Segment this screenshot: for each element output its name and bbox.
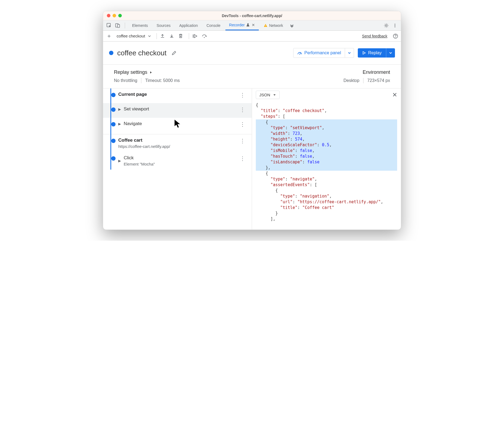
- svg-rect-9: [193, 34, 193, 38]
- recording-title-row: coffee checkout Performance panel Replay: [103, 42, 401, 65]
- step-menu-icon[interactable]: ⋮: [238, 92, 247, 98]
- device-toggle-icon[interactable]: [114, 23, 122, 28]
- divider: [157, 33, 157, 39]
- replay-button[interactable]: Replay: [358, 48, 386, 58]
- tab-application[interactable]: Application: [176, 20, 202, 30]
- svg-point-8: [394, 26, 395, 27]
- environment-heading: Environment: [363, 69, 390, 75]
- panel-tabstrip: Elements Sources Application Console Rec…: [103, 20, 401, 31]
- delete-icon[interactable]: [178, 34, 186, 39]
- svg-point-6: [394, 24, 395, 24]
- step-navigate[interactable]: ▶ Navigate ⋮: [103, 118, 252, 132]
- main-split: Current page ⋮ ▶ Set viewport ⋮ ▶: [103, 88, 401, 230]
- viewport-value: 723×574 px: [367, 78, 390, 83]
- step-subtitle: Element "Mocha": [124, 162, 155, 166]
- step-coffee-cart[interactable]: Coffee cart https://coffee-cart.netlify.…: [103, 134, 252, 152]
- expand-icon[interactable]: ▶: [118, 122, 121, 126]
- format-select[interactable]: JSON: [256, 91, 280, 99]
- performance-panel-label: Performance panel: [304, 50, 341, 55]
- gauge-icon: [297, 50, 302, 55]
- divider: [189, 33, 189, 39]
- throttling-value: No throttling: [114, 78, 137, 83]
- performance-panel-button-group: Performance panel: [293, 48, 354, 58]
- recording-status-dot: [109, 51, 113, 55]
- svg-point-7: [394, 25, 395, 26]
- svg-point-12: [395, 37, 396, 37]
- performance-panel-caret[interactable]: [345, 48, 354, 58]
- step-menu-icon[interactable]: ⋮: [238, 155, 247, 162]
- import-icon[interactable]: [169, 34, 176, 39]
- window-title: DevTools - coffee-cart.netlify.app/: [103, 14, 401, 18]
- step-play-icon[interactable]: [192, 34, 199, 39]
- step-title: Current page: [118, 92, 147, 97]
- code-pane: JSON ✕ { "title": "coffee checkout", "st…: [252, 88, 401, 230]
- tab-network[interactable]: Network: [260, 20, 287, 30]
- step-title: Click: [124, 155, 155, 161]
- svg-rect-3: [265, 25, 266, 26]
- svg-point-13: [299, 54, 300, 55]
- svg-rect-2: [117, 24, 120, 27]
- close-code-pane-icon[interactable]: ✕: [392, 91, 397, 99]
- chevron-right-icon: [149, 71, 152, 74]
- divider: [125, 23, 125, 28]
- recording-title: coffee checkout: [117, 49, 167, 57]
- close-tab-icon[interactable]: ✕: [252, 23, 255, 27]
- step-title: Navigate: [124, 121, 142, 126]
- settings-gear-icon[interactable]: [382, 23, 390, 28]
- chevron-down-icon: [148, 34, 151, 38]
- steps-pane: Current page ⋮ ▶ Set viewport ⋮ ▶: [103, 88, 252, 230]
- step-menu-icon[interactable]: ⋮: [238, 121, 247, 128]
- recording-select[interactable]: coffee checkout: [114, 34, 153, 38]
- json-code[interactable]: { "title": "coffee checkout", "steps": […: [252, 101, 401, 230]
- step-title: Coffee cart: [118, 138, 170, 143]
- code-pane-header: JSON ✕: [252, 88, 401, 101]
- more-tabs-icon[interactable]: [288, 23, 296, 28]
- format-label: JSON: [259, 93, 270, 97]
- svg-rect-0: [107, 23, 110, 27]
- expand-icon[interactable]: ▶: [118, 107, 121, 111]
- titlebar: DevTools - coffee-cart.netlify.app/: [103, 11, 401, 20]
- performance-panel-button[interactable]: Performance panel: [293, 48, 345, 58]
- svg-rect-4: [265, 26, 266, 26]
- timeout-value: Timeout: 5000 ms: [145, 78, 180, 83]
- device-value: Desktop: [343, 78, 359, 83]
- warning-icon: [264, 24, 267, 27]
- step-menu-icon[interactable]: ⋮: [238, 106, 247, 113]
- kebab-menu-icon[interactable]: [391, 23, 399, 28]
- tab-console[interactable]: Console: [203, 20, 224, 30]
- replay-settings-toggle[interactable]: Replay settings: [114, 69, 180, 75]
- step-set-viewport[interactable]: ▶ Set viewport ⋮: [103, 103, 252, 118]
- expand-icon[interactable]: ▶: [118, 159, 121, 163]
- send-feedback-link[interactable]: Send feedback: [362, 34, 387, 38]
- replay-button-group: Replay: [358, 48, 395, 58]
- recorder-toolbar: ＋ coffee checkout Send feedback: [103, 31, 401, 42]
- replay-label: Replay: [368, 50, 382, 55]
- devtools-window: DevTools - coffee-cart.netlify.app/ Elem…: [103, 11, 401, 230]
- export-icon[interactable]: [160, 34, 167, 39]
- svg-point-10: [204, 37, 205, 38]
- tab-sources[interactable]: Sources: [153, 20, 174, 30]
- chevron-down-icon: [273, 93, 276, 97]
- play-icon: [362, 51, 366, 55]
- flask-icon: [246, 23, 250, 27]
- tab-elements[interactable]: Elements: [128, 20, 152, 30]
- svg-point-5: [385, 25, 387, 26]
- step-click[interactable]: ▶ Click Element "Mocha" ⋮: [103, 152, 252, 170]
- step-menu-icon[interactable]: ⋮: [238, 138, 247, 144]
- recording-select-label: coffee checkout: [117, 34, 145, 38]
- help-icon[interactable]: [393, 33, 398, 39]
- step-title: Set viewport: [124, 106, 149, 112]
- edit-title-icon[interactable]: [171, 50, 177, 56]
- inspect-icon[interactable]: [105, 23, 113, 28]
- step-subtitle: https://coffee-cart.netlify.app/: [118, 144, 170, 149]
- tab-recorder[interactable]: Recorder ✕: [225, 20, 259, 30]
- new-recording-button[interactable]: ＋: [106, 32, 112, 40]
- replay-caret[interactable]: [386, 48, 395, 58]
- step-over-icon[interactable]: [202, 34, 209, 39]
- step-current-page[interactable]: Current page ⋮: [103, 88, 252, 103]
- settings-row: Replay settings No throttling Timeout: 5…: [103, 65, 401, 88]
